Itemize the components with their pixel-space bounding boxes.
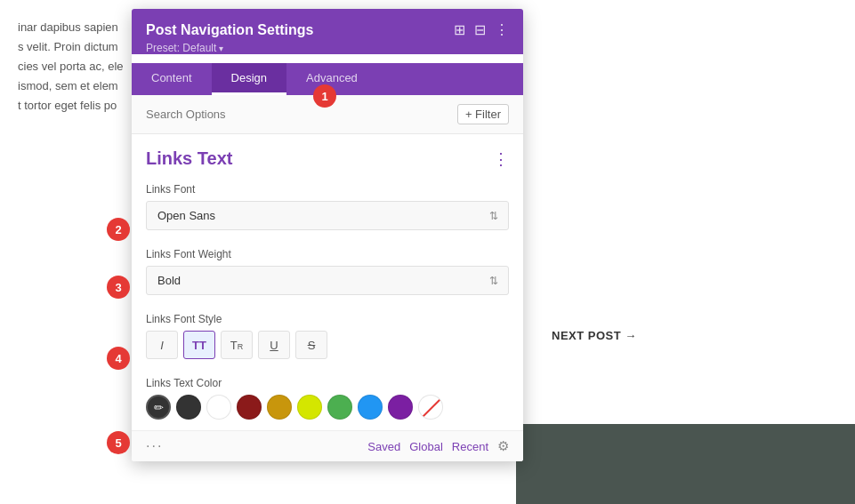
panel-title: Post Navigation Settings bbox=[146, 22, 313, 38]
swatch-yellow[interactable] bbox=[297, 395, 322, 420]
underline-button[interactable]: U bbox=[258, 331, 290, 359]
preset-selector[interactable]: Preset: Default ▾ bbox=[146, 42, 509, 54]
page-body-text: inar dapibus sapien s velit. Proin dictu… bbox=[18, 18, 142, 116]
recent-link[interactable]: Recent bbox=[452, 440, 488, 453]
pencil-icon: ✏ bbox=[154, 401, 164, 414]
links-font-weight-select-wrapper: Thin Light Regular Bold Extra Bold ⇅ bbox=[146, 266, 509, 295]
italic-button[interactable]: I bbox=[146, 331, 178, 359]
links-font-weight-select[interactable]: Thin Light Regular Bold Extra Bold bbox=[146, 266, 509, 295]
swatch-blue[interactable] bbox=[358, 395, 383, 420]
preset-label: Preset: Default bbox=[146, 42, 216, 54]
panel-header-top: Post Navigation Settings ⊞ ⊟ ⋮ bbox=[146, 21, 509, 38]
svg-line-0 bbox=[421, 397, 442, 419]
bold-button[interactable]: TT bbox=[183, 331, 215, 359]
global-link[interactable]: Global bbox=[409, 440, 443, 453]
swatch-dark-red[interactable] bbox=[237, 395, 262, 420]
strikethrough-button[interactable]: S bbox=[295, 331, 327, 359]
links-font-style-label: Links Font Style bbox=[146, 313, 509, 325]
filter-button[interactable]: + Filter bbox=[457, 104, 509, 124]
links-font-label: Links Font bbox=[146, 183, 509, 196]
swatch-purple[interactable] bbox=[388, 395, 413, 420]
swatch-dark[interactable] bbox=[176, 395, 201, 420]
badge-5: 5 bbox=[107, 431, 130, 454]
tab-content[interactable]: Content bbox=[132, 63, 212, 95]
swatch-gold[interactable] bbox=[267, 395, 292, 420]
color-picker-button[interactable]: ✏ bbox=[146, 395, 171, 420]
tab-design[interactable]: Design bbox=[212, 63, 286, 95]
links-font-weight-label: Links Font Weight bbox=[146, 248, 509, 260]
badge-3: 3 bbox=[107, 276, 130, 299]
style-buttons-group: I TT Tr U S bbox=[146, 331, 509, 359]
badge-1: 1 bbox=[313, 84, 336, 108]
section-title: Links Text bbox=[146, 148, 232, 169]
badge-4: 4 bbox=[107, 347, 130, 370]
badge-2: 2 bbox=[107, 218, 130, 241]
swatch-white[interactable] bbox=[206, 395, 231, 420]
section-header: Links Text ⋮ bbox=[132, 134, 523, 176]
more-options-icon[interactable]: ⋮ bbox=[495, 21, 509, 38]
links-text-color-label: Links Text Color bbox=[146, 377, 509, 389]
panel-header-icons: ⊞ ⊟ ⋮ bbox=[454, 21, 509, 38]
preset-arrow: ▾ bbox=[219, 44, 223, 53]
panel-header: Post Navigation Settings ⊞ ⊟ ⋮ Preset: D… bbox=[132, 9, 523, 54]
next-post-label: NEXT POST → bbox=[552, 329, 637, 342]
page-footer bbox=[516, 424, 855, 504]
settings-panel: Post Navigation Settings ⊞ ⊟ ⋮ Preset: D… bbox=[132, 9, 523, 461]
caps-button[interactable]: Tr bbox=[221, 331, 253, 359]
footer-dots[interactable]: ··· bbox=[146, 438, 163, 454]
color-swatches-group: ✏ bbox=[146, 395, 509, 420]
swatch-green[interactable] bbox=[327, 395, 352, 420]
footer-gear-icon[interactable]: ⚙ bbox=[497, 438, 509, 454]
links-font-select[interactable]: Open Sans Roboto Lato Montserrat bbox=[146, 201, 509, 230]
links-font-row: Links Font Open Sans Roboto Lato Montser… bbox=[132, 176, 523, 241]
panel-footer: ··· Saved Global Recent ⚙ bbox=[132, 430, 523, 461]
saved-link[interactable]: Saved bbox=[367, 440, 400, 453]
footer-links: Saved Global Recent ⚙ bbox=[367, 438, 509, 454]
links-font-select-wrapper: Open Sans Roboto Lato Montserrat ⇅ bbox=[146, 201, 509, 230]
collapse-icon[interactable]: ⊟ bbox=[474, 21, 486, 38]
expand-icon[interactable]: ⊞ bbox=[454, 21, 465, 38]
links-text-color-row: Links Text Color ✏ bbox=[132, 370, 523, 430]
links-font-weight-row: Links Font Weight Thin Light Regular Bol… bbox=[132, 241, 523, 306]
links-font-style-row: Links Font Style I TT Tr U S bbox=[132, 306, 523, 370]
swatch-transparent[interactable] bbox=[418, 395, 443, 420]
search-input[interactable] bbox=[146, 108, 457, 121]
section-menu-icon[interactable]: ⋮ bbox=[493, 149, 509, 169]
panel-body: Links Text ⋮ Links Font Open Sans Roboto… bbox=[132, 134, 523, 430]
